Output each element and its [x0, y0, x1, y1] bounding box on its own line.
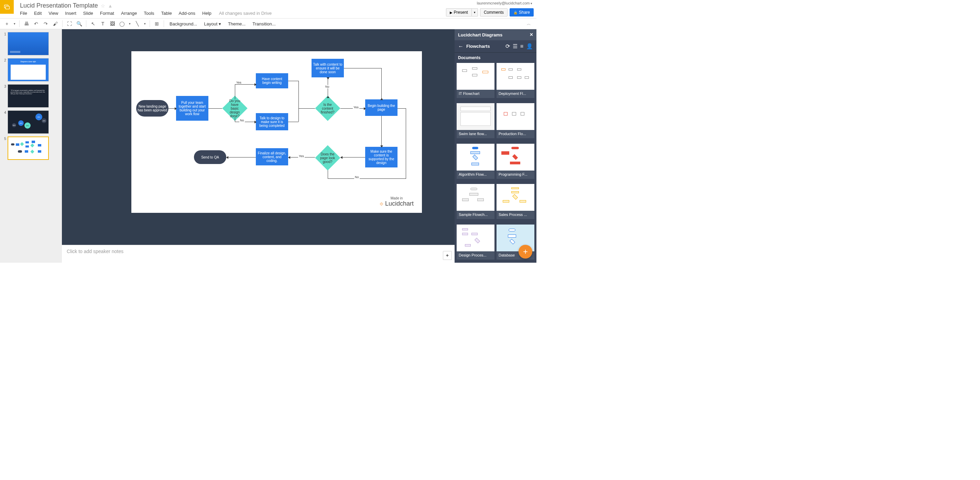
node-send-qa[interactable]: Send to QA — [194, 150, 226, 164]
node-have-content[interactable]: Have content begin writing — [256, 73, 288, 88]
image-icon[interactable]: 🖼 — [108, 20, 116, 28]
star-icon[interactable]: ☆ — [101, 3, 105, 9]
present-dropdown[interactable]: ▾ — [472, 8, 478, 16]
redo-icon[interactable]: ↷ — [41, 20, 50, 28]
shape-dropdown[interactable]: ▾ — [127, 20, 132, 28]
svg-rect-1 — [5, 6, 9, 9]
speaker-notes[interactable]: Click to add speaker notes — [62, 245, 455, 263]
comment-icon[interactable]: ⊞ — [153, 20, 161, 28]
user-email[interactable]: laurenmcneely@lucidchart.com — [477, 1, 532, 5]
panel-section-label: Documents — [455, 52, 536, 63]
slides-logo[interactable] — [0, 0, 14, 14]
lucidchart-branding: Made in ⟐ Lucidchart — [380, 196, 414, 207]
doc-card[interactable]: Sales Process ... — [496, 184, 535, 222]
theme-button[interactable]: Theme... — [225, 21, 248, 27]
layout-button[interactable]: Layout ▾ — [201, 21, 224, 27]
menu-format[interactable]: Format — [97, 10, 118, 16]
list-icon[interactable]: ≡ — [520, 43, 523, 49]
textbox-icon[interactable]: T — [99, 20, 107, 28]
node-pull-team[interactable]: Pull your team together and start buildi… — [176, 96, 208, 121]
doc-card[interactable]: IT Flowchart — [457, 63, 495, 101]
doc-card[interactable]: Sample Flowch... — [457, 184, 495, 222]
node-content-finished[interactable]: Is the content finished? — [315, 95, 340, 121]
menu-table[interactable]: Table — [158, 10, 175, 16]
share-button[interactable]: 🔒Share — [510, 8, 534, 16]
document-title[interactable]: Lucid Presentation Template — [20, 2, 98, 9]
menu-insert[interactable]: Insert — [62, 10, 80, 16]
doc-card[interactable]: Swim lane flow... — [457, 103, 495, 141]
close-icon[interactable]: × — [530, 32, 533, 38]
node-begin-build[interactable]: Begin building the page — [365, 99, 398, 116]
canvas-area[interactable]: New landing page has been approved Pull … — [62, 29, 455, 263]
panel-nav-title: Flowcharts — [466, 44, 503, 49]
zoom-fit-icon[interactable]: ⛶ — [65, 20, 73, 28]
node-look-good[interactable]: Does the page look good? — [315, 145, 340, 170]
doc-card[interactable]: Design Proces... — [457, 224, 495, 263]
new-slide-dropdown[interactable]: ▾ — [13, 20, 16, 28]
panel-title: Lucidchart Diagrams — [458, 32, 503, 38]
line-dropdown[interactable]: ▾ — [143, 20, 147, 28]
doc-card[interactable]: Production Flo... — [496, 103, 535, 141]
save-status: All changes saved in Drive — [219, 11, 272, 16]
zoom-icon[interactable]: 🔍 — [75, 20, 83, 28]
menu-tools[interactable]: Tools — [140, 10, 158, 16]
menu-help[interactable]: Help — [199, 10, 215, 16]
undo-icon[interactable]: ↶ — [32, 20, 40, 28]
doc-card[interactable]: Programming F... — [496, 144, 535, 182]
transition-button[interactable]: Transition... — [250, 21, 278, 27]
slide-filmstrip: 1 2 Diagrams done right 3 "If I'm trying… — [0, 29, 62, 263]
sort-icon[interactable]: ☰ — [513, 43, 517, 49]
explore-button[interactable]: ✦ — [443, 251, 452, 260]
paint-format-icon[interactable]: 🖌 — [51, 20, 59, 28]
doc-card[interactable]: Deployment Fl... — [496, 63, 535, 101]
node-finalize[interactable]: Finalize all design, content, and coding… — [256, 148, 288, 165]
slide-thumb-4[interactable]: 4 63% 43% 45% 46% 35% — [2, 110, 60, 134]
slide-thumb-2[interactable]: 2 Diagrams done right — [2, 58, 60, 81]
background-button[interactable]: Background... — [167, 21, 200, 27]
node-talk-design[interactable]: Talk to design to make sure it is being … — [256, 113, 288, 130]
node-start[interactable]: New landing page has been approved — [136, 100, 169, 116]
refresh-icon[interactable]: ⟳ — [506, 43, 510, 49]
node-talk-content[interactable]: Talk with content to ensure it will be d… — [312, 59, 344, 77]
collapse-toolbar-icon[interactable]: ︿ — [527, 21, 534, 27]
document-grid: IT Flowchart Deployment Fl... Swim lane … — [455, 63, 536, 263]
back-icon[interactable]: ← — [458, 43, 463, 49]
menu-addons[interactable]: Add-ons — [175, 10, 199, 16]
shape-icon[interactable]: ◯ — [118, 20, 126, 28]
node-supported[interactable]: Make sure the content is supported by th… — [365, 147, 398, 167]
slide-thumb-1[interactable]: 1 — [2, 32, 60, 56]
doc-card[interactable]: Algorithm Flow... — [457, 144, 495, 182]
slide-content[interactable]: New landing page has been approved Pull … — [131, 51, 422, 213]
fab-add-button[interactable]: + — [519, 245, 532, 259]
menu-file[interactable]: File — [16, 10, 30, 16]
toolbar: + ▾ 🖶 ↶ ↷ 🖌 ⛶ 🔍 ↖ T 🖼 ◯ ▾ ╲ ▾ ⊞ Backgrou… — [0, 18, 536, 29]
slide-thumb-3[interactable]: 3 "If I'm trying to recommend a solution… — [2, 84, 60, 108]
move-folder-icon[interactable]: ▲ — [108, 3, 113, 9]
lucidchart-panel: Lucidchart Diagrams × ← Flowcharts ⟳ ☰ ≡… — [455, 29, 536, 263]
line-icon[interactable]: ╲ — [133, 20, 141, 28]
menu-slide[interactable]: Slide — [80, 10, 97, 16]
account-icon[interactable]: 👤 — [526, 43, 533, 49]
select-icon[interactable]: ↖ — [89, 20, 97, 28]
slide-thumb-5[interactable]: 5 — [2, 137, 60, 160]
menu-arrange[interactable]: Arrange — [118, 10, 140, 16]
present-button[interactable]: ▶Present — [446, 8, 472, 16]
menu-edit[interactable]: Edit — [30, 10, 45, 16]
print-icon[interactable]: 🖶 — [22, 20, 30, 28]
menu-view[interactable]: View — [45, 10, 62, 16]
new-slide-button[interactable]: + — [3, 20, 11, 28]
comments-button[interactable]: Comments — [480, 8, 508, 16]
